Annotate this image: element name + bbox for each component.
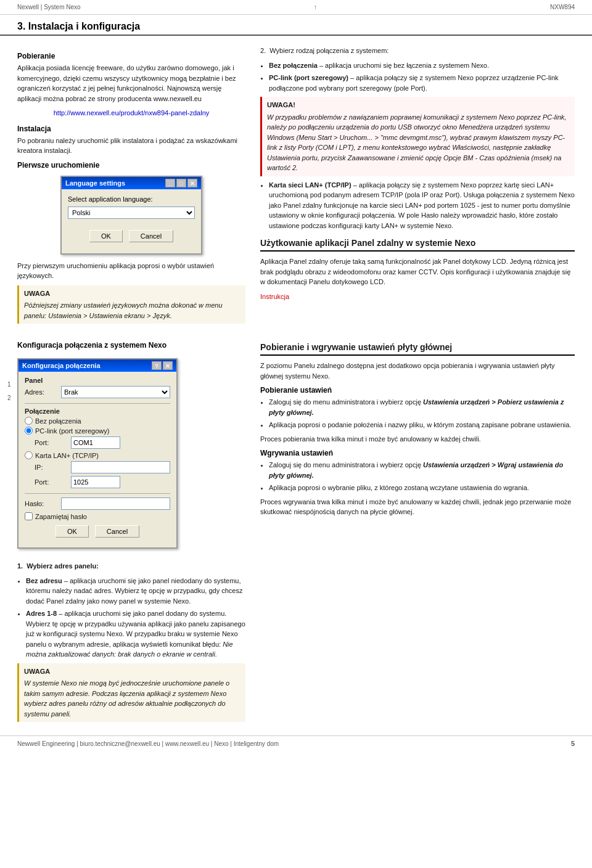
config-dialog-wrapper: 1 2 Konfiguracja połączenia ? ✕ Panel	[17, 352, 178, 555]
page-footer: Newwell Engineering | biuro.techniczne@n…	[0, 735, 592, 751]
instalacja-text: Po pobraniu należy uruchomić plik instal…	[17, 136, 245, 156]
port-row: Port: COM1	[35, 436, 170, 449]
adres-row: Adres: Brak	[25, 386, 170, 398]
nexwell-link[interactable]: http://www.nexwell.eu/produkt/nxw894-pan…	[54, 109, 210, 117]
config-buttons: OK Cancel	[25, 525, 170, 542]
uwaga-text-1: Późniejszej zmiany ustawień językowych m…	[24, 301, 223, 319]
uzytkowanie-text: Aplikacja Panel zdalny oferuje taką samą…	[260, 256, 575, 287]
instrukcja-link[interactable]: Instrukcja	[260, 293, 289, 300]
uwaga2-text: W systemie Nexo nie mogą być jednocześni…	[24, 679, 229, 718]
page-title: 3. Instalacja i konfiguracja	[17, 21, 140, 31]
step1-intro: 1. Wybierz adres panelu:	[17, 561, 245, 571]
radio-lanplus: Karta LAN+ (TCP/IP)	[25, 451, 170, 459]
adres-select[interactable]: Brak	[61, 386, 170, 398]
haslo-label: Hasło:	[25, 500, 59, 507]
port2-label: Port:	[35, 478, 68, 486]
dialog-titlebar: Language settings _ □ ✕	[62, 177, 201, 189]
step1-list: Bez adresu – aplikacja uruchomi się jako…	[26, 576, 245, 660]
pobieranie-wgrywanie-text: Z poziomu Panelu zdalnego dostępna jest …	[260, 361, 575, 381]
dialog-close-btn[interactable]: ✕	[187, 179, 197, 187]
footer-page-num: 5	[571, 740, 575, 747]
lang-select[interactable]: Polski	[68, 207, 195, 219]
config-help-btn[interactable]: ?	[152, 361, 162, 370]
port-input[interactable]: COM1	[71, 436, 120, 449]
checkbox-row: Zapamiętaj hasło	[25, 512, 170, 520]
bez-polaczenia-item: Bez połączenia – aplikacja uruchomi się …	[269, 60, 575, 71]
language-dialog: Language settings _ □ ✕ Select applicati…	[60, 176, 202, 255]
uzytkowanie-heading: Użytkowanie aplikacji Panel zdalny w sys…	[260, 238, 575, 252]
wgr-item-1: Zaloguj się do menu administratora i wyb…	[269, 460, 575, 480]
uwaga-right-title: UWAGA!	[267, 100, 570, 110]
uwaga-title-1: UWAGA	[24, 289, 240, 299]
lanplus-item: Karta sieci LAN+ (TCP/IP) – aplikacja po…	[269, 180, 575, 231]
step2-text: 2. Wybierz rodzaj połączenia z systemem:	[260, 46, 575, 56]
header-right: NXW894	[550, 4, 575, 10]
pobieranie-heading: Pobieranie	[17, 52, 245, 60]
radio-pclink: PC-link (port szeregowy)	[25, 427, 170, 435]
remember-checkbox[interactable]	[25, 512, 33, 520]
pobieranie-wgrywanie-heading: Pobieranie i wgrywanie ustawień płyty gł…	[260, 342, 575, 356]
bez-adresu-item: Bez adresu – aplikacja uruchomi się jako…	[26, 576, 245, 607]
ip-row: IP:	[35, 461, 170, 473]
pobieranie-ustawien-heading: Pobieranie ustawień	[260, 386, 575, 395]
ip-input[interactable]	[71, 461, 170, 473]
polaczenie-group: Połączenie Bez połączenia PC-link (port …	[25, 407, 170, 488]
left-column: Pobieranie Aplikacja posiada licencję fr…	[17, 46, 245, 327]
radio-lanplus-label: Karta LAN+ (TCP/IP)	[35, 452, 99, 459]
haslo-group: Hasło: Zapamiętaj hasło	[25, 497, 170, 520]
ip-label: IP:	[35, 464, 68, 471]
side-num-2: 2	[7, 391, 11, 405]
radio-bez-polaczenia: Bez połączenia	[25, 417, 170, 425]
lang-cancel-btn[interactable]: Cancel	[129, 230, 173, 242]
uwaga2-title: UWAGA	[24, 666, 240, 677]
page-header: Nexwell | System Nexo ↑ NXW894	[0, 0, 592, 15]
port-label: Port:	[35, 439, 68, 446]
radio-pclink-label: PC-link (port szeregowy)	[35, 427, 109, 435]
pob-process-text: Proces pobierania trwa kilka minut i moż…	[260, 434, 575, 444]
config-ok-btn[interactable]: OK	[56, 525, 89, 538]
config-titlebar: Konfiguracja połączenia ? ✕	[18, 359, 176, 372]
radio-lanplus-btn[interactable]	[25, 451, 33, 459]
header-left: Nexwell | System Nexo	[17, 4, 81, 10]
lanplus-list: Karta sieci LAN+ (TCP/IP) – aplikacja po…	[269, 180, 575, 231]
panel-group-label: Panel	[25, 377, 170, 384]
config-cancel-btn[interactable]: Cancel	[95, 525, 139, 538]
lang-ok-btn[interactable]: OK	[89, 230, 123, 242]
uwaga2-box: UWAGA W systemie Nexo nie mogą być jedno…	[17, 663, 245, 723]
radio-bez-label: Bez połączenia	[35, 417, 81, 425]
konfiguracja-left: Konfiguracja połączenia z systemem Nexo …	[17, 335, 245, 726]
dialog-maximize-btn[interactable]: □	[176, 179, 186, 187]
wgrywanie-list: Zaloguj się do menu administratora i wyb…	[269, 460, 575, 493]
pierwsze-heading: Pierwsze uruchomienie	[17, 161, 245, 170]
radio-pclink-btn[interactable]	[25, 427, 33, 435]
adres-label: Adres:	[25, 388, 59, 396]
lang-select-label: Select application language:	[68, 195, 195, 203]
dialog-title: Language settings	[65, 179, 125, 187]
haslo-row: Hasło:	[25, 497, 170, 510]
panel-group: Panel Adres: Brak	[25, 377, 170, 398]
side-numbers: 1 2	[7, 378, 11, 405]
konfig-heading: Konfiguracja połączenia z systemem Nexo	[17, 341, 245, 350]
wgr-process-text: Proces wgrywania trwa kilka minut i może…	[260, 497, 575, 517]
right-column: 2. Wybierz rodzaj połączenia z systemem:…	[260, 46, 575, 327]
port2-input[interactable]	[71, 476, 120, 488]
pobieranie-text: Aplikacja posiada licencję freeware, do …	[17, 63, 245, 104]
config-close-btn[interactable]: ✕	[163, 361, 173, 370]
footer-left: Newwell Engineering | biuro.techniczne@n…	[17, 740, 279, 747]
pob-item-2: Aplikacja poprosi o podanie położenia i …	[269, 420, 575, 430]
radio-bez-btn[interactable]	[25, 417, 33, 425]
uwaga-box-1: UWAGA Późniejszej zmiany ustawień języko…	[17, 285, 245, 324]
przy-text: Przy pierwszym uruchomieniu aplikacja po…	[17, 261, 245, 281]
connection-type-list: Bez połączenia – aplikacja uruchomi się …	[269, 60, 575, 94]
side-num-1: 1	[7, 378, 11, 391]
instalacja-heading: Instalacja	[17, 125, 245, 133]
dialog-minimize-btn[interactable]: _	[165, 179, 175, 187]
config-title: Konfiguracja połączenia	[22, 362, 101, 369]
konfiguracja-right: Pobieranie i wgrywanie ustawień płyty gł…	[260, 335, 575, 726]
haslo-input[interactable]	[61, 497, 170, 510]
wgrywanie-ustawien-heading: Wgrywania ustawień	[260, 449, 575, 457]
uwaga-right-box: UWAGA! W przypadku problemów z nawiązani…	[260, 97, 575, 176]
uwaga-right-text: W przypadku problemów z nawiązaniem popr…	[267, 113, 566, 172]
port2-row: Port:	[35, 476, 170, 488]
adres-item: Adres 1-8 – aplikacja uruchomi się jako …	[26, 608, 245, 660]
